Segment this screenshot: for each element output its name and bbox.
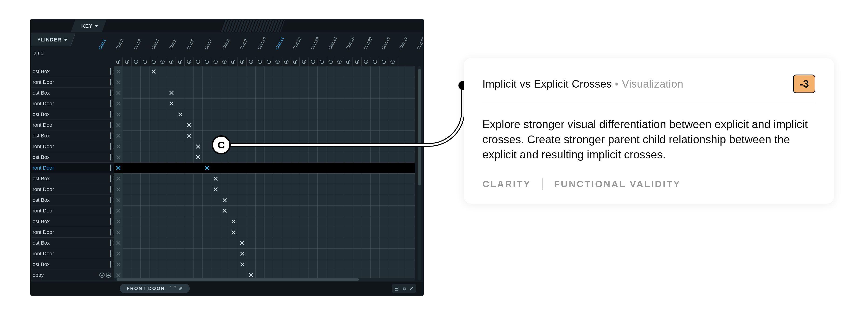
column-add-slot[interactable]	[353, 57, 362, 66]
column-add-slot[interactable]	[344, 57, 353, 66]
cross-mark[interactable]: ✕	[185, 130, 193, 141]
plus-circle-icon[interactable]	[110, 229, 111, 236]
column-add-slot[interactable]	[158, 57, 167, 66]
column-label[interactable]: Cod.11	[274, 40, 295, 57]
plus-circle-icon[interactable]	[99, 273, 104, 278]
column-label[interactable]: Cod.2	[115, 40, 135, 57]
plus-circle-icon[interactable]	[143, 60, 147, 64]
column-add-slot[interactable]	[149, 57, 158, 66]
cross-mark[interactable]: ✕	[238, 259, 247, 270]
plus-circle-icon[interactable]	[110, 186, 111, 192]
column-add-slot[interactable]	[211, 57, 220, 66]
plus-circle-icon[interactable]	[355, 60, 359, 64]
column-label[interactable]: Cod.4	[150, 40, 171, 57]
list-item[interactable]: ost Box	[31, 195, 114, 206]
cylinder-dropdown[interactable]: YLINDER	[30, 34, 75, 46]
column-add-slot[interactable]	[273, 57, 282, 66]
plus-circle-icon[interactable]	[106, 273, 111, 278]
list-item[interactable]: ront Door	[31, 248, 114, 259]
cross-mark[interactable]: ✕	[167, 98, 176, 109]
column-add-slot[interactable]	[185, 57, 193, 66]
plus-circle-icon[interactable]	[125, 60, 129, 64]
plus-circle-icon[interactable]	[110, 89, 111, 96]
cross-mark[interactable]: ✕	[185, 120, 193, 130]
column-add-slot[interactable]	[202, 57, 211, 66]
plus-circle-icon[interactable]	[258, 60, 262, 64]
plus-circle-icon[interactable]	[329, 60, 333, 64]
column-add-slot[interactable]	[176, 57, 185, 66]
column-add-slot[interactable]	[309, 57, 317, 66]
column-label[interactable]: Cod.7	[204, 40, 224, 57]
arrow-up-icon[interactable]: ˄	[169, 286, 172, 291]
plus-circle-icon[interactable]	[110, 250, 111, 257]
column-add-slot[interactable]	[379, 57, 388, 66]
plus-circle-icon[interactable]	[382, 60, 386, 64]
list-item[interactable]: ost Box	[31, 130, 114, 141]
column-add-slot[interactable]	[388, 57, 397, 66]
column-add-slot[interactable]	[193, 57, 202, 66]
plus-circle-icon[interactable]	[391, 60, 395, 64]
horizontal-scrollbar[interactable]	[114, 278, 415, 281]
plus-circle-icon[interactable]	[205, 60, 209, 64]
arrow-down-icon[interactable]: ˅	[174, 286, 177, 291]
cross-mark[interactable]: ✕	[176, 109, 185, 120]
column-label[interactable]: Cod.18	[416, 40, 424, 57]
open-external-icon[interactable]: ⧉	[403, 286, 406, 291]
column-add-slot[interactable]	[255, 57, 264, 66]
list-item[interactable]: ront Door	[31, 227, 114, 238]
plus-circle-icon[interactable]	[311, 60, 315, 64]
plus-circle-icon[interactable]	[110, 154, 111, 160]
vertical-scrollbar[interactable]	[418, 66, 422, 280]
column-label[interactable]: Cod.16	[380, 40, 401, 57]
cross-mark[interactable]: ✕	[220, 195, 229, 206]
plus-circle-icon[interactable]	[267, 60, 271, 64]
plus-circle-icon[interactable]	[240, 60, 244, 64]
plus-circle-icon[interactable]	[196, 60, 200, 64]
list-item[interactable]: ost Box	[31, 216, 114, 227]
maximize-icon[interactable]: ⤢	[409, 286, 413, 291]
column-add-slot[interactable]	[335, 57, 344, 66]
list-item[interactable]: ront Door	[31, 162, 114, 173]
cross-mark[interactable]: ✕	[211, 173, 220, 184]
cross-mark[interactable]: ✕	[149, 66, 158, 77]
plus-circle-icon[interactable]	[214, 60, 218, 64]
column-label[interactable]: Cod.32	[363, 40, 383, 57]
plus-circle-icon[interactable]	[110, 143, 111, 150]
plus-circle-icon[interactable]	[160, 60, 165, 64]
save-icon[interactable]: ▤	[395, 286, 399, 291]
plus-circle-icon[interactable]	[249, 60, 253, 64]
matrix-grid[interactable]: ✕✕✕✕✕✕✕✕✕✕✕✕✕✕✕✕✕✕✕✕✕✕✕✕✕✕✕✕✕✕✕✕✕✕✕✕✕✕✕✕	[114, 66, 415, 280]
cross-mark[interactable]: ✕	[193, 152, 202, 162]
list-item[interactable]: obby	[31, 270, 114, 280]
plus-circle-icon[interactable]	[110, 218, 111, 225]
cross-mark[interactable]: ✕	[211, 184, 220, 195]
column-add-slot[interactable]	[362, 57, 370, 66]
column-label[interactable]: Cod.5	[168, 40, 189, 57]
list-item[interactable]: ront Door	[31, 77, 114, 88]
cross-mark[interactable]: ✕	[220, 206, 229, 216]
plus-circle-icon[interactable]	[110, 165, 111, 171]
column-add-slot[interactable]	[264, 57, 273, 66]
column-label[interactable]: Cod.9	[239, 40, 259, 57]
column-label[interactable]: Cod.17	[398, 40, 418, 57]
plus-circle-icon[interactable]	[110, 111, 111, 118]
plus-circle-icon[interactable]	[373, 60, 377, 64]
column-add-slot[interactable]	[370, 57, 379, 66]
column-add-slot[interactable]	[282, 57, 291, 66]
list-item[interactable]: ront Door	[31, 141, 114, 152]
column-add-slot[interactable]	[167, 57, 176, 66]
plus-circle-icon[interactable]	[110, 207, 111, 214]
cross-mark[interactable]: ✕	[229, 216, 238, 227]
column-label[interactable]: Cod.10	[256, 40, 277, 57]
plus-circle-icon[interactable]	[152, 60, 156, 64]
plus-circle-icon[interactable]	[110, 197, 111, 203]
list-item[interactable]: ront Door	[31, 98, 114, 109]
column-label[interactable]: Cod.6	[186, 40, 206, 57]
plus-circle-icon[interactable]	[110, 122, 111, 128]
column-add-slot[interactable]	[317, 57, 326, 66]
list-item[interactable]: ost Box	[31, 109, 114, 120]
plus-circle-icon[interactable]	[275, 60, 280, 64]
plus-circle-icon[interactable]	[178, 60, 182, 64]
expand-icon[interactable]: ⤢	[179, 286, 183, 291]
column-add-slot[interactable]	[131, 57, 141, 66]
